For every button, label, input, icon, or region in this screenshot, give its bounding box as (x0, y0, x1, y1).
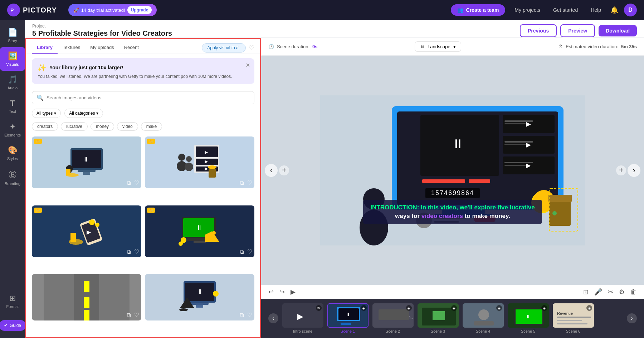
copy-icon[interactable]: ⧉ (127, 180, 131, 186)
sidebar-item-visuals[interactable]: 🖼️ Visuals (0, 47, 25, 71)
svg-point-49 (179, 308, 188, 311)
scene-thumb-4[interactable]: ◈ Scene 4 (462, 303, 504, 333)
tab-library[interactable]: Library (32, 42, 58, 54)
tag-video[interactable]: video (117, 122, 138, 131)
sidebar-item-text[interactable]: T Text (0, 94, 25, 118)
undo-button[interactable]: ↩ (268, 288, 274, 296)
svg-text:▶: ▶ (205, 150, 208, 155)
sidebar-item-format[interactable]: ⊞ Format (0, 289, 25, 313)
scene-thumb-3[interactable]: ◈ Scene 3 (416, 303, 459, 333)
favorite-icon[interactable]: ♡ (247, 248, 252, 255)
scene-thumb-2[interactable]: Lorem ipsum... ◈ Scene 2 (371, 303, 414, 333)
apply-visual-button[interactable]: Apply visual to all (202, 43, 246, 53)
svg-point-37 (179, 242, 183, 246)
subtitles-button[interactable]: ⊡ (583, 288, 589, 296)
project-label: Project (32, 24, 172, 29)
premium-crown-icon: 👑 (34, 139, 42, 144)
copy-icon[interactable]: ⧉ (240, 180, 244, 186)
scene-thumb-6[interactable]: Revenue ◈ Scene 6 (552, 303, 595, 333)
scene-thumb-intro[interactable]: ▶ 👁 Intro scene (281, 303, 324, 333)
close-announcement-button[interactable]: ✕ (245, 62, 250, 69)
search-box: 🔍 (32, 91, 254, 104)
download-button[interactable]: Download (599, 25, 637, 36)
copy-icon[interactable]: ⧉ (127, 312, 131, 318)
timeline-prev-button[interactable]: ‹ (268, 313, 278, 323)
type-filter[interactable]: All types ▾ (32, 109, 61, 118)
grid-item-1[interactable]: 👑 ⏸ (32, 136, 141, 188)
favorites-heart-icon[interactable]: ♡ (249, 44, 254, 52)
tag-make[interactable]: make (141, 122, 162, 131)
svg-text:P: P (10, 8, 14, 13)
elements-icon: ✦ (9, 122, 16, 131)
notifications-bell-icon[interactable]: 🔔 (610, 6, 618, 14)
sidebar-label-story: Story (8, 39, 17, 43)
scene-thumb-img-3[interactable]: ◈ (418, 303, 459, 328)
settings-button[interactable]: ⚙ (619, 288, 625, 296)
scene-thumb-5[interactable]: ⏸ ◈ Scene 5 (507, 303, 550, 333)
upgrade-button[interactable]: Upgrade (127, 6, 152, 14)
logo[interactable]: P PICTORY (7, 4, 57, 16)
prev-scene-arrow[interactable]: ‹ (265, 164, 278, 177)
orientation-selector[interactable]: 🖥 Landscape ▾ (415, 41, 461, 52)
svg-point-18 (178, 154, 185, 161)
split-view: Library Textures My uploads Recent Apply… (25, 38, 644, 338)
grid-item-4[interactable]: 👑 ⏸ (145, 205, 254, 257)
create-team-button[interactable]: 👥 Create a team (451, 4, 506, 16)
svg-rect-65 (504, 141, 533, 143)
redo-button[interactable]: ↪ (279, 288, 285, 296)
favorite-icon[interactable]: ♡ (134, 312, 139, 318)
favorite-icon[interactable]: ♡ (134, 179, 139, 186)
scene-thumb-img-6[interactable]: Revenue ◈ (553, 303, 594, 328)
tag-creators[interactable]: creators (32, 122, 58, 131)
grid-item-5[interactable]: ⧉ ♡ (32, 274, 141, 320)
category-filter[interactable]: All categories ▾ (64, 109, 103, 118)
previous-button[interactable]: Previous (520, 24, 557, 37)
voiceover-button[interactable]: 🎤 (594, 288, 602, 296)
tag-money[interactable]: money (91, 122, 114, 131)
scene-thumb-img-intro[interactable]: ▶ 👁 (282, 303, 323, 328)
tab-textures[interactable]: Textures (58, 42, 85, 54)
tab-recent[interactable]: Recent (119, 42, 144, 54)
grid-item-2[interactable]: 👑 ▶ ▶ ▶ (145, 136, 254, 188)
preview-button[interactable]: Preview (560, 24, 595, 37)
sidebar-item-branding[interactable]: Ⓑ Branding (0, 165, 25, 190)
svg-rect-109 (557, 320, 582, 321)
delete-button[interactable]: 🗑 (630, 288, 637, 296)
guide-button[interactable]: ✔ Guide (0, 320, 26, 331)
user-avatar[interactable]: D (624, 4, 637, 16)
scene-thumb-img-4[interactable]: ◈ (463, 303, 504, 328)
svg-text:▶: ▶ (297, 312, 303, 321)
copy-icon[interactable]: ⧉ (240, 249, 244, 255)
scene-thumb-img-2[interactable]: Lorem ipsum... ◈ (372, 303, 414, 328)
grid-item-6[interactable]: ⏸ ⧉ ♡ (145, 274, 254, 320)
sidebar-item-styles[interactable]: 🎨 Styles (0, 141, 25, 165)
tag-lucrative[interactable]: lucrative (61, 122, 88, 131)
sidebar-item-elements[interactable]: ✦ Elements (0, 118, 25, 141)
svg-rect-110 (557, 323, 587, 324)
grid-item-3[interactable]: 👑 ▶ ⧉ (32, 205, 141, 257)
sidebar-item-audio[interactable]: 🎵 Audio (0, 71, 25, 94)
svg-text:▶: ▶ (205, 159, 208, 164)
copy-icon[interactable]: ⧉ (127, 249, 131, 255)
my-projects-link[interactable]: My projects (511, 5, 544, 15)
next-scene-arrow[interactable]: › (628, 164, 640, 177)
svg-rect-63 (504, 120, 533, 122)
add-scene-right-button[interactable]: + (616, 165, 626, 175)
copy-icon[interactable]: ⧉ (240, 312, 244, 318)
scene-thumb-img-1[interactable]: ⏸ ◈ (327, 303, 369, 328)
favorite-icon[interactable]: ♡ (134, 248, 139, 255)
timeline-next-button[interactable]: › (627, 313, 637, 323)
favorite-icon[interactable]: ♡ (247, 179, 252, 186)
play-button[interactable]: ▶ (291, 288, 296, 296)
scene-label-4: Scene 4 (476, 329, 490, 333)
scene-thumb-1[interactable]: ⏸ ◈ Scene 1 (326, 303, 369, 333)
scene-thumb-img-5[interactable]: ⏸ ◈ (508, 303, 549, 328)
favorite-icon[interactable]: ♡ (247, 312, 252, 318)
search-input[interactable] (47, 95, 250, 100)
tab-my-uploads[interactable]: My uploads (85, 42, 119, 54)
add-scene-left-button[interactable]: + (279, 165, 289, 175)
help-link[interactable]: Help (587, 5, 605, 15)
sidebar-item-story[interactable]: 📄 Story (0, 24, 25, 47)
cut-button[interactable]: ✂ (608, 288, 613, 296)
get-started-link[interactable]: Get started (550, 5, 581, 15)
